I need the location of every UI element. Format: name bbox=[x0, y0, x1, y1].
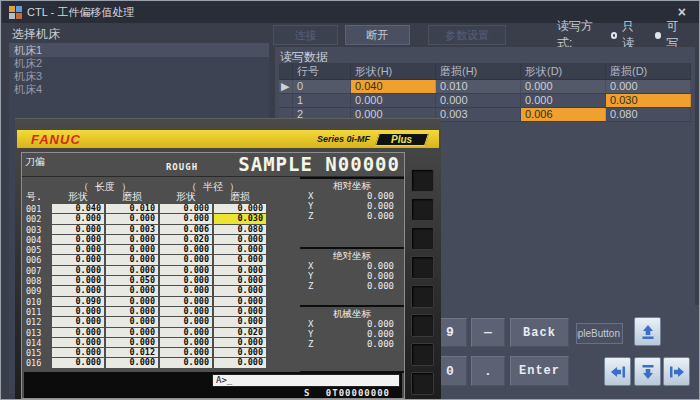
offset-value-cell: 0.050 bbox=[106, 276, 158, 285]
simple-button[interactable]: simpleButton bbox=[576, 323, 623, 344]
offset-table-row: 0130.0000.0000.0000.020 bbox=[24, 328, 266, 338]
offset-table-row: 0100.0900.0000.0000.000 bbox=[24, 297, 266, 307]
radio-readonly-icon[interactable] bbox=[611, 32, 618, 39]
offset-value-cell: 0.000 bbox=[160, 338, 212, 347]
enter-button[interactable]: Enter bbox=[510, 356, 569, 386]
offset-value-cell: 0.003 bbox=[106, 225, 158, 234]
grid-row[interactable]: 10.0000.0000.0000.030 bbox=[279, 94, 691, 108]
offset-value-cell: 0.000 bbox=[52, 286, 104, 295]
grid-marker-header bbox=[279, 63, 293, 79]
offset-value-cell: 0.000 bbox=[106, 307, 158, 316]
offset-row-number: 003 bbox=[24, 225, 50, 235]
disconnect-button[interactable]: 断开 bbox=[345, 25, 410, 45]
grid-column-header: 磨损(H) bbox=[436, 63, 521, 79]
fanuc-soft-key[interactable] bbox=[411, 198, 434, 221]
offset-value-cell: 0.000 bbox=[52, 266, 104, 275]
key-minus[interactable]: — bbox=[471, 318, 505, 347]
offset-row-number: 015 bbox=[24, 348, 50, 358]
coordinate-panel: 相对坐标X0.000Y0.000Z0.000绝对坐标X0.000Y0.000Z0… bbox=[300, 177, 404, 373]
nav-left-button[interactable] bbox=[604, 357, 631, 386]
coord-axis-value: 0.000 bbox=[367, 261, 394, 271]
machine-list-item[interactable]: 机床4 bbox=[9, 83, 269, 96]
fanuc-soft-key[interactable] bbox=[411, 314, 434, 337]
offset-table-row: 0140.0000.0000.0000.000 bbox=[24, 338, 266, 348]
coord-axis-row: Z0.000 bbox=[300, 281, 404, 291]
grid-row[interactable]: ▶00.0400.0100.0000.000 bbox=[279, 80, 691, 94]
nav-up-button[interactable] bbox=[634, 317, 661, 346]
offset-table-row: 0090.0000.0000.0000.000 bbox=[24, 286, 266, 296]
screen-title: 刀偏 bbox=[25, 155, 45, 169]
grid-value-cell[interactable]: 0.000 bbox=[606, 80, 691, 93]
key-dot[interactable]: . bbox=[471, 356, 505, 386]
offset-value-cell: 0.000 bbox=[214, 317, 266, 326]
grid-row-number: 1 bbox=[293, 94, 351, 107]
offset-value-cell: 0.000 bbox=[160, 204, 212, 213]
offset-value-cell: 0.000 bbox=[106, 338, 158, 347]
machine-list-item[interactable]: 机床1 bbox=[9, 44, 269, 57]
machine-list-item[interactable]: 机床2 bbox=[9, 57, 269, 70]
fanuc-soft-key[interactable] bbox=[411, 343, 434, 366]
offset-table-body: 0010.0400.0100.0000.0000020.0000.0000.00… bbox=[24, 204, 266, 369]
fanuc-logo: FANUC bbox=[31, 132, 81, 147]
offset-value-cell: 0.000 bbox=[52, 358, 104, 367]
offset-value-cell: 0.000 bbox=[214, 204, 266, 213]
settings-button[interactable]: 参数设置 bbox=[428, 25, 506, 45]
fanuc-soft-key[interactable] bbox=[411, 372, 434, 395]
grid-value-cell[interactable]: 0.010 bbox=[436, 80, 521, 93]
coord-axis-value: 0.000 bbox=[367, 281, 394, 291]
offset-value-cell: 0.000 bbox=[214, 297, 266, 306]
offset-value-cell: 0.000 bbox=[160, 245, 212, 254]
offset-value-cell: 0.000 bbox=[214, 255, 266, 264]
offset-value-cell: 0.000 bbox=[160, 214, 212, 223]
grid-value-cell[interactable]: 0.030 bbox=[606, 94, 691, 107]
offset-row-number: 005 bbox=[24, 245, 50, 255]
offset-value-cell: 0.000 bbox=[52, 214, 104, 223]
arrow-up-icon bbox=[640, 324, 656, 340]
offset-value-cell: 0.040 bbox=[52, 204, 104, 213]
radio-writable-icon[interactable] bbox=[655, 32, 662, 39]
connect-button[interactable]: 连接 bbox=[273, 25, 338, 45]
grid-value-cell[interactable]: 0.006 bbox=[521, 108, 606, 121]
offset-value-cell: 0.000 bbox=[52, 245, 104, 254]
tool-status-value: 0T00000000 bbox=[326, 388, 390, 398]
fanuc-soft-key[interactable] bbox=[411, 285, 434, 308]
offset-value-cell: 0.000 bbox=[160, 266, 212, 275]
fanuc-soft-key[interactable] bbox=[411, 256, 434, 279]
offset-value-cell: 0.000 bbox=[214, 348, 266, 357]
back-button[interactable]: Back bbox=[510, 318, 569, 347]
nav-right-button[interactable] bbox=[663, 357, 690, 386]
offset-value-cell: 0.000 bbox=[160, 307, 212, 316]
nav-down-button[interactable] bbox=[634, 357, 661, 386]
screen-status-area: A>_ S 0T00000000 bbox=[24, 372, 402, 398]
coord-axis-row: Z0.000 bbox=[300, 339, 404, 349]
fanuc-soft-key[interactable] bbox=[411, 169, 434, 192]
grid-value-cell[interactable]: 0.080 bbox=[606, 108, 691, 121]
offset-value-cell: 0.000 bbox=[106, 255, 158, 264]
grid-value-cell[interactable]: 0.003 bbox=[436, 108, 521, 121]
grid-value-cell[interactable]: 0.000 bbox=[521, 80, 606, 93]
offset-value-cell: 0.000 bbox=[52, 307, 104, 316]
fanuc-brand-band: FANUC Series 0i-MF Plus bbox=[17, 130, 439, 148]
coord-group: 相对坐标X0.000Y0.000Z0.000 bbox=[300, 179, 404, 247]
coord-axis-row: Z0.000 bbox=[300, 211, 404, 221]
grid-column-header: 行号 bbox=[293, 63, 351, 79]
grid-value-cell[interactable]: 0.000 bbox=[436, 94, 521, 107]
offset-row-number: 013 bbox=[24, 328, 50, 338]
coord-group: 机械坐标X0.000Y0.000Z0.000 bbox=[300, 307, 404, 371]
offset-sub-header: 形状 bbox=[160, 191, 212, 202]
grid-column-header: 磨损(D) bbox=[606, 63, 691, 79]
fanuc-series-label: Series 0i-MF bbox=[317, 134, 370, 144]
offset-value-cell: 0.000 bbox=[106, 245, 158, 254]
offset-row-number: 001 bbox=[24, 204, 50, 214]
grid-value-cell[interactable]: 0.040 bbox=[351, 80, 436, 93]
fanuc-soft-key[interactable] bbox=[411, 227, 434, 250]
grid-value-cell[interactable]: 0.000 bbox=[351, 94, 436, 107]
grid-value-cell[interactable]: 0.000 bbox=[521, 94, 606, 107]
app-icon bbox=[9, 6, 22, 19]
machine-list-item[interactable]: 机床3 bbox=[9, 70, 269, 83]
offset-table-row: 0020.0000.0000.0000.030 bbox=[24, 214, 266, 224]
offset-value-cell: 0.000 bbox=[160, 255, 212, 264]
offset-sub-header: 形状 bbox=[52, 191, 104, 202]
fanuc-control-panel: FANUC Series 0i-MF Plus 刀偏 ROUGH SAMPLE … bbox=[15, 118, 441, 400]
offset-value-cell: 0.020 bbox=[160, 235, 212, 244]
